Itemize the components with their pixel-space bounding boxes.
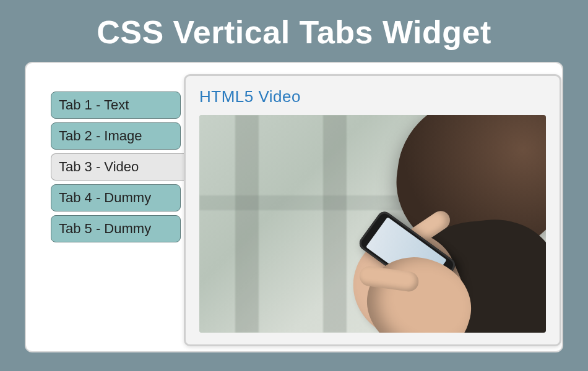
content-panel: HTML5 Video [184,74,561,346]
tabs-widget: Tab 1 - Text Tab 2 - Image Tab 3 - Video… [25,62,563,352]
tab-text[interactable]: Tab 1 - Text [51,92,181,119]
video-player[interactable] [199,115,546,333]
tab-dummy-4[interactable]: Tab 4 - Dummy [51,184,181,211]
tab-image[interactable]: Tab 2 - Image [51,122,181,150]
tab-list: Tab 1 - Text Tab 2 - Image Tab 3 - Video… [51,92,181,246]
tab-dummy-5[interactable]: Tab 5 - Dummy [51,215,181,242]
tab-video[interactable]: Tab 3 - Video [51,153,194,181]
page-title: CSS Vertical Tabs Widget [0,0,588,62]
panel-title: HTML5 Video [199,87,546,106]
